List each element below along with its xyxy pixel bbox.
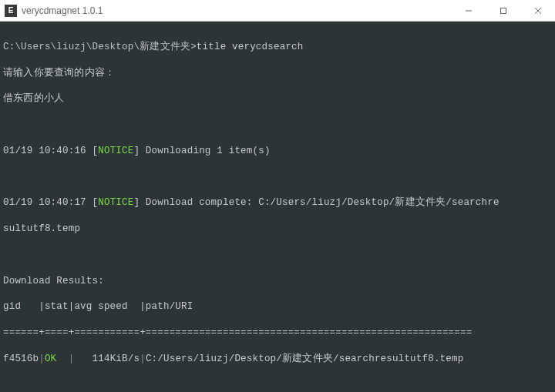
- window-title: verycdmagnet 1.0.1: [22, 5, 451, 16]
- blank-line: [3, 379, 552, 392]
- table-row: f4516b|OK | 114KiB/s|C:/Users/liuzj/Desk…: [3, 353, 552, 366]
- log-line: 01/19 10:40:17 [NOTICE] Download complet…: [3, 196, 552, 209]
- app-icon: E: [5, 5, 17, 17]
- prompt-command: title verycdsearch: [197, 42, 304, 52]
- query-text: 借东西的小人: [3, 92, 552, 106]
- maximize-button[interactable]: [486, 0, 520, 21]
- minimize-button[interactable]: [451, 0, 486, 21]
- blank-line: [3, 249, 552, 262]
- notice-tag: NOTICE: [98, 197, 133, 208]
- input-hint: 请输入你要查询的内容：: [3, 67, 552, 80]
- blank-line: [3, 119, 552, 132]
- log-line-cont: sultutf8.temp: [3, 223, 552, 236]
- results-header: Download Results:: [3, 275, 552, 288]
- table-divider: ======+====+===========+================…: [3, 327, 552, 340]
- window-controls: [451, 0, 555, 21]
- close-icon: [534, 7, 542, 15]
- notice-tag: NOTICE: [98, 146, 133, 156]
- svg-rect-1: [500, 8, 506, 13]
- prompt-line: C:\Users\liuzj\Desktop\新建文件夹>title veryc…: [3, 41, 552, 54]
- maximize-icon: [500, 7, 507, 15]
- close-button[interactable]: [520, 0, 555, 21]
- log-line: 01/19 10:40:16 [NOTICE] Downloading 1 it…: [3, 145, 552, 158]
- table-header: gid |stat|avg speed |path/URI: [3, 300, 552, 313]
- prompt-path: C:\Users\liuzj\Desktop\新建文件夹>: [3, 42, 197, 52]
- terminal-output[interactable]: C:\Users\liuzj\Desktop\新建文件夹>title veryc…: [0, 22, 555, 392]
- blank-line: [3, 171, 552, 184]
- minimize-icon: [465, 7, 473, 15]
- window-titlebar: E verycdmagnet 1.0.1: [0, 0, 555, 22]
- status-ok: OK: [45, 353, 56, 364]
